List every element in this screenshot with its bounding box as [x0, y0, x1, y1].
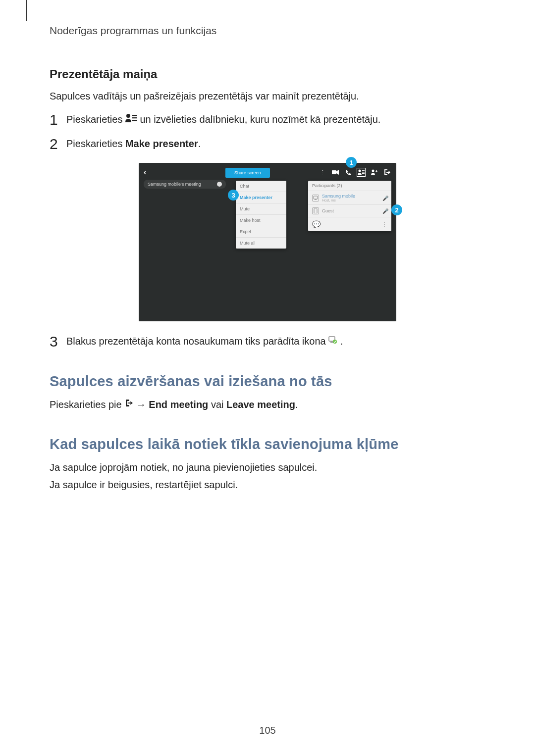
svg-rect-7: [362, 172, 365, 173]
step1-post: un izvēlieties dalībnieku, kuru nozīmēt …: [140, 114, 381, 125]
page-number: 105: [0, 725, 535, 736]
callout-2: 2: [391, 204, 402, 215]
body-pre: Pieskarieties pie: [50, 399, 124, 410]
more-icon: ⋮: [318, 168, 327, 177]
step-number: 2: [50, 136, 66, 152]
network-line2: Ja sapulce ir beigusies, restartējiet sa…: [50, 478, 485, 492]
exit-icon: [382, 168, 391, 177]
page: Noderīgas programmas un funkcijas Prezen…: [0, 0, 535, 756]
step-text: Pieskarieties Make presenter.: [66, 137, 485, 151]
app-screenshot: ‹ Share screen ⋮: [139, 163, 396, 321]
top-icon-bar: ⋮: [318, 168, 391, 177]
menu-item: Chat: [236, 181, 286, 192]
svg-rect-14: [314, 208, 317, 213]
step-2: 2 Pieskarieties Make presenter.: [50, 137, 485, 152]
svg-rect-11: [376, 170, 377, 172]
meeting-name: Samsung mobile's meeting: [148, 182, 201, 187]
participants-footer: 💬 ⋮: [308, 217, 391, 231]
step-text: Blakus prezentētāja konta nosaukumam tik…: [66, 334, 485, 349]
callout-1: 1: [346, 157, 357, 168]
mic-icon: 🎤: [382, 208, 387, 213]
svg-rect-6: [362, 170, 365, 171]
step-number: 1: [50, 111, 66, 128]
back-icon: ‹: [144, 168, 146, 177]
svg-rect-2: [132, 117, 137, 118]
svg-point-9: [372, 170, 374, 172]
callout-3: 3: [228, 190, 239, 201]
heading-close-meeting: Sapulces aizvēršanas vai iziešana no tās: [50, 373, 485, 390]
step-number: 3: [50, 333, 66, 350]
step2-post: .: [198, 138, 201, 149]
svg-point-5: [359, 170, 361, 172]
meeting-label-chip: Samsung mobile's meeting: [144, 180, 226, 189]
step-3: 3 Blakus prezentētāja konta nosaukumam t…: [50, 334, 485, 350]
step-text: Pieskarieties un izvēlieties dalībnieku,…: [66, 112, 485, 127]
menu-item-make-presenter: Make presenter: [236, 192, 286, 203]
svg-rect-1: [132, 115, 137, 116]
step-1: 1 Pieskarieties un izvēlieties dalībniek…: [50, 112, 485, 128]
video-icon: [331, 168, 340, 177]
body-post: .: [295, 399, 298, 410]
body-bold2: Leave meeting: [226, 399, 295, 410]
participant-badge-icon: [312, 207, 319, 214]
step1-pre: Pieskarieties: [66, 114, 125, 125]
participants-header: Participants (2): [308, 181, 391, 191]
subheading-change-presenter: Prezentētāja maiņa: [50, 67, 485, 81]
menu-item: Mute all: [236, 238, 286, 249]
menu-item: Expel: [236, 226, 286, 238]
heading-network-failure: Kad sapulces laikā notiek tīkla savienoj…: [50, 436, 485, 453]
step3-pre: Blakus prezentētāja konta nosaukumam tik…: [66, 336, 328, 347]
svg-rect-8: [362, 173, 365, 174]
participant-row: Samsung mobile Host, me 🎤: [308, 191, 391, 205]
participant-name: Samsung mobile: [322, 194, 379, 199]
context-menu: Chat Make presenter Mute Make host Expel…: [236, 181, 286, 249]
page-header: Noderīgas programmas un funkcijas: [50, 25, 485, 37]
participant-info: Samsung mobile Host, me: [322, 194, 379, 202]
svg-point-0: [126, 114, 130, 118]
participant-name: Guest: [322, 208, 379, 213]
more-icon: ⋮: [381, 221, 387, 228]
menu-item: Make host: [236, 215, 286, 226]
participant-sub: Host, me: [322, 199, 379, 202]
chip-close-icon: [217, 182, 222, 187]
participants-list-icon: [125, 112, 137, 126]
presenter-badge-icon: [328, 334, 337, 348]
body-arrow: →: [136, 399, 149, 410]
network-line1: Ja sapulce joprojām notiek, no jauna pie…: [50, 460, 485, 475]
exit-icon: [124, 397, 133, 411]
body-bold1: End meeting: [149, 399, 208, 410]
step2-bold: Make presenter: [125, 138, 198, 149]
step2-pre: Pieskarieties: [66, 138, 125, 149]
mic-icon: 🎤: [382, 196, 387, 201]
participants-panel: Participants (2) Samsung mobile Host, me…: [308, 181, 391, 231]
step3-post: .: [340, 336, 343, 347]
screenshot-wrap: ‹ Share screen ⋮: [50, 163, 485, 321]
presenter-badge-icon: [312, 195, 319, 202]
participant-row: Guest 🎤: [308, 205, 391, 217]
svg-point-17: [333, 340, 337, 344]
participants-icon: [357, 168, 366, 177]
menu-item: Mute: [236, 203, 286, 215]
svg-rect-12: [314, 196, 318, 199]
share-screen-button: Share screen: [225, 168, 270, 178]
call-icon: [344, 168, 353, 177]
body-mid: vai: [208, 399, 226, 410]
intro-text: Sapulces vadītājs un pašreizējais prezen…: [50, 89, 485, 103]
side-rule: [26, 0, 27, 21]
add-person-icon: [370, 168, 378, 177]
chat-icon: 💬: [312, 220, 321, 228]
svg-rect-4: [332, 170, 336, 174]
svg-rect-3: [132, 120, 137, 121]
svg-rect-13: [315, 200, 317, 200]
close-meeting-text: Pieskarieties pie → End meeting vai Leav…: [50, 398, 485, 412]
